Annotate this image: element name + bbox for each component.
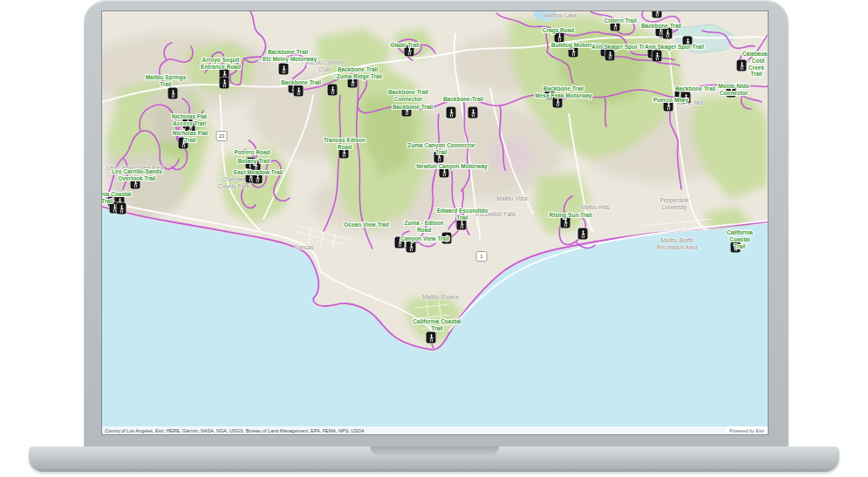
trail-label: Rising Sun Trail [549,212,591,219]
trail-label: Botany Trail [237,158,270,165]
trail-label: Cistern Trail [604,17,637,24]
trail-label: Nicholas Flat Access Trail [172,113,207,127]
trail-label: Backbone Trail - Zuma Ridge Trail [333,66,382,80]
laptop-screen-bezel: Malibou LakeMalibu Country ClubCharmlee … [84,0,789,453]
trail-label: Ann Skager Spur Trail [591,44,651,51]
trail-label: Newton Canyon Motorway [416,163,487,170]
trail-label: Backbone Trail [641,23,681,30]
trail-label: Trancas Edison Road [324,137,366,151]
map-canvas[interactable]: Malibou LakeMalibu Country ClubCharmlee … [102,11,768,434]
trail-label: Potrero Road [234,149,270,156]
trail-label: Crags Road [543,27,574,34]
attribution-text: County of Los Angeles, Esri, HERE, Garmi… [105,428,365,433]
trail-label: California Coastal Trail [102,191,132,205]
powered-by-text: Powered by Esri [729,428,764,433]
trail-label: Ann Skager Spur Trail [645,44,704,51]
trail-label: Glade Trail [390,42,419,49]
map-attribution: County of Los Angeles, Esri, HERE, Garmi… [102,426,768,434]
trail-label: Edward Escondido Trail [437,208,489,221]
trail-label: Arroyo Sequit Entrance Road [201,57,241,71]
trail-label: Calabasas - Cold Creek Trail [742,51,768,78]
trail-labels-layer: Malibu Springs TrailArroyo Sequit Entran… [102,11,768,434]
trail-label: California Coastal Trail [413,318,461,332]
trail-label: California Coastal Trail [726,229,754,249]
laptop-hinge-notch [370,446,499,455]
trail-label: Nicholas Flat Trail [173,130,208,144]
trail-label: Backbone Trail Connector [388,89,428,103]
trail-label: Leo Carrillo-Sands Overlook Trail [112,168,162,182]
trail-label: Zuma - Edison Road [405,220,444,234]
laptop-base [29,446,839,472]
trail-label: Backbone Trail [443,96,483,103]
trail-label: Canyon View Trail [400,235,449,242]
laptop-mockup: Malibou LakeMalibu Country ClubCharmlee … [0,0,868,477]
trail-label: East Meadow Trail [234,169,283,176]
trail-label: Malibu Springs Trail [146,74,187,88]
trail-label: Puerco Mtwy [653,97,688,104]
trail-label: Zuma Canyon Connector Trail [407,142,475,156]
trail-label: Backbone Trail - Etz Meloy Motorway [259,49,317,63]
trail-label: Backbone Trail Mesa Peak Motorway [535,85,591,99]
trail-label: Backbone Trail [675,85,715,92]
trail-label: Ocean View Trail [344,221,389,228]
trail-label: Monte Nido Connector [717,83,751,97]
powered-by-esri: Powered by Esri [726,426,768,434]
trail-label: Backbone Trail [281,79,321,86]
trail-label: Backbone Trail [393,104,433,111]
